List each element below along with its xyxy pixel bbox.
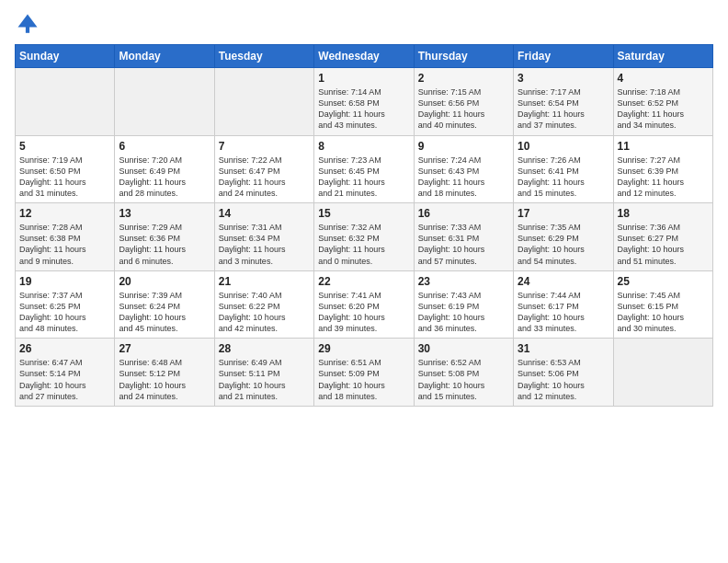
day-number: 5 bbox=[19, 140, 110, 153]
calendar-day-cell: 10Sunrise: 7:26 AM Sunset: 6:41 PM Dayli… bbox=[514, 135, 613, 203]
day-info: Sunrise: 7:23 AM Sunset: 6:45 PM Dayligh… bbox=[318, 155, 409, 200]
day-info: Sunrise: 7:14 AM Sunset: 6:58 PM Dayligh… bbox=[318, 86, 409, 132]
calendar-day-cell: 9Sunrise: 7:24 AM Sunset: 6:43 PM Daylig… bbox=[414, 135, 513, 203]
calendar-day-header: Wednesday bbox=[314, 45, 414, 68]
calendar-week-row: 5Sunrise: 7:19 AM Sunset: 6:50 PM Daylig… bbox=[16, 135, 713, 203]
day-info: Sunrise: 7:44 AM Sunset: 6:17 PM Dayligh… bbox=[518, 290, 609, 335]
calendar-day-cell: 15Sunrise: 7:32 AM Sunset: 6:32 PM Dayli… bbox=[314, 203, 414, 271]
day-info: Sunrise: 6:52 AM Sunset: 5:08 PM Dayligh… bbox=[418, 357, 509, 402]
day-number: 24 bbox=[518, 275, 609, 288]
day-info: Sunrise: 7:40 AM Sunset: 6:22 PM Dayligh… bbox=[219, 290, 310, 335]
calendar-day-cell: 1Sunrise: 7:14 AM Sunset: 6:58 PM Daylig… bbox=[314, 68, 414, 136]
calendar-day-cell: 21Sunrise: 7:40 AM Sunset: 6:22 PM Dayli… bbox=[214, 270, 313, 339]
day-info: Sunrise: 7:24 AM Sunset: 6:43 PM Dayligh… bbox=[418, 155, 509, 200]
logo-icon bbox=[15, 11, 40, 37]
calendar-day-cell: 11Sunrise: 7:27 AM Sunset: 6:39 PM Dayli… bbox=[613, 135, 712, 203]
calendar-day-cell: 17Sunrise: 7:35 AM Sunset: 6:29 PM Dayli… bbox=[514, 203, 613, 271]
calendar-day-cell: 28Sunrise: 6:49 AM Sunset: 5:11 PM Dayli… bbox=[214, 339, 313, 407]
day-info: Sunrise: 6:53 AM Sunset: 5:06 PM Dayligh… bbox=[518, 357, 609, 402]
day-number: 2 bbox=[418, 72, 509, 85]
calendar-header-row: SundayMondayTuesdayWednesdayThursdayFrid… bbox=[16, 45, 713, 68]
calendar-day-cell: 2Sunrise: 7:15 AM Sunset: 6:56 PM Daylig… bbox=[414, 68, 513, 136]
day-number: 7 bbox=[219, 140, 310, 153]
day-info: Sunrise: 7:20 AM Sunset: 6:49 PM Dayligh… bbox=[119, 155, 210, 200]
calendar-day-cell bbox=[214, 68, 313, 136]
day-number: 11 bbox=[618, 140, 709, 153]
day-number: 26 bbox=[19, 342, 110, 355]
day-number: 28 bbox=[219, 342, 310, 355]
calendar-day-header: Thursday bbox=[414, 45, 513, 68]
day-number: 9 bbox=[418, 140, 509, 153]
day-number: 15 bbox=[318, 207, 409, 220]
calendar-day-cell: 30Sunrise: 6:52 AM Sunset: 5:08 PM Dayli… bbox=[414, 339, 513, 407]
day-number: 30 bbox=[418, 342, 509, 355]
day-number: 29 bbox=[318, 342, 409, 355]
calendar-day-cell: 7Sunrise: 7:22 AM Sunset: 6:47 PM Daylig… bbox=[214, 135, 313, 203]
calendar-day-cell: 5Sunrise: 7:19 AM Sunset: 6:50 PM Daylig… bbox=[16, 135, 115, 203]
calendar-day-cell bbox=[613, 339, 712, 407]
calendar-day-cell: 27Sunrise: 6:48 AM Sunset: 5:12 PM Dayli… bbox=[115, 339, 214, 407]
calendar-day-cell bbox=[16, 68, 115, 136]
calendar-week-row: 12Sunrise: 7:28 AM Sunset: 6:38 PM Dayli… bbox=[16, 203, 713, 271]
calendar-day-cell: 4Sunrise: 7:18 AM Sunset: 6:52 PM Daylig… bbox=[613, 68, 712, 136]
day-info: Sunrise: 7:19 AM Sunset: 6:50 PM Dayligh… bbox=[19, 155, 110, 200]
svg-rect-1 bbox=[26, 27, 29, 33]
day-info: Sunrise: 7:36 AM Sunset: 6:27 PM Dayligh… bbox=[618, 222, 709, 267]
calendar-day-header: Saturday bbox=[613, 45, 712, 68]
day-number: 21 bbox=[219, 275, 310, 288]
calendar-day-cell: 25Sunrise: 7:45 AM Sunset: 6:15 PM Dayli… bbox=[613, 270, 712, 339]
day-number: 19 bbox=[19, 275, 110, 288]
day-number: 10 bbox=[518, 140, 609, 153]
calendar-day-cell: 18Sunrise: 7:36 AM Sunset: 6:27 PM Dayli… bbox=[613, 203, 712, 271]
day-number: 23 bbox=[418, 275, 509, 288]
day-info: Sunrise: 7:33 AM Sunset: 6:31 PM Dayligh… bbox=[418, 222, 509, 267]
calendar-day-cell: 8Sunrise: 7:23 AM Sunset: 6:45 PM Daylig… bbox=[314, 135, 414, 203]
day-info: Sunrise: 6:51 AM Sunset: 5:09 PM Dayligh… bbox=[318, 357, 409, 402]
svg-marker-0 bbox=[18, 15, 38, 28]
day-number: 16 bbox=[418, 207, 509, 220]
page-container: SundayMondayTuesdayWednesdayThursdayFrid… bbox=[0, 0, 728, 414]
calendar-week-row: 19Sunrise: 7:37 AM Sunset: 6:25 PM Dayli… bbox=[16, 270, 713, 339]
day-info: Sunrise: 7:39 AM Sunset: 6:24 PM Dayligh… bbox=[119, 290, 210, 335]
day-number: 1 bbox=[318, 72, 409, 85]
day-number: 13 bbox=[119, 207, 210, 220]
calendar-day-cell: 13Sunrise: 7:29 AM Sunset: 6:36 PM Dayli… bbox=[115, 203, 214, 271]
day-number: 12 bbox=[19, 207, 110, 220]
day-number: 14 bbox=[219, 207, 310, 220]
day-info: Sunrise: 7:28 AM Sunset: 6:38 PM Dayligh… bbox=[19, 222, 110, 267]
calendar-day-cell: 20Sunrise: 7:39 AM Sunset: 6:24 PM Dayli… bbox=[115, 270, 214, 339]
day-number: 4 bbox=[618, 72, 709, 85]
day-info: Sunrise: 7:32 AM Sunset: 6:32 PM Dayligh… bbox=[318, 222, 409, 267]
day-number: 31 bbox=[518, 342, 609, 355]
calendar-table: SundayMondayTuesdayWednesdayThursdayFrid… bbox=[15, 44, 713, 407]
day-number: 3 bbox=[518, 72, 609, 85]
calendar-day-header: Friday bbox=[514, 45, 613, 68]
calendar-day-cell: 23Sunrise: 7:43 AM Sunset: 6:19 PM Dayli… bbox=[414, 270, 513, 339]
calendar-day-header: Monday bbox=[115, 45, 214, 68]
day-number: 6 bbox=[119, 140, 210, 153]
day-info: Sunrise: 6:48 AM Sunset: 5:12 PM Dayligh… bbox=[119, 357, 210, 402]
calendar-day-cell: 14Sunrise: 7:31 AM Sunset: 6:34 PM Dayli… bbox=[214, 203, 313, 271]
day-info: Sunrise: 7:45 AM Sunset: 6:15 PM Dayligh… bbox=[618, 290, 709, 335]
day-info: Sunrise: 7:29 AM Sunset: 6:36 PM Dayligh… bbox=[119, 222, 210, 267]
day-info: Sunrise: 7:15 AM Sunset: 6:56 PM Dayligh… bbox=[418, 86, 509, 132]
calendar-day-cell: 19Sunrise: 7:37 AM Sunset: 6:25 PM Dayli… bbox=[16, 270, 115, 339]
day-number: 8 bbox=[318, 140, 409, 153]
calendar-day-cell: 6Sunrise: 7:20 AM Sunset: 6:49 PM Daylig… bbox=[115, 135, 214, 203]
calendar-day-cell: 29Sunrise: 6:51 AM Sunset: 5:09 PM Dayli… bbox=[314, 339, 414, 407]
day-number: 17 bbox=[518, 207, 609, 220]
calendar-day-cell: 24Sunrise: 7:44 AM Sunset: 6:17 PM Dayli… bbox=[514, 270, 613, 339]
day-info: Sunrise: 7:17 AM Sunset: 6:54 PM Dayligh… bbox=[518, 86, 609, 132]
logo bbox=[15, 11, 44, 37]
calendar-week-row: 26Sunrise: 6:47 AM Sunset: 5:14 PM Dayli… bbox=[16, 339, 713, 407]
day-info: Sunrise: 7:26 AM Sunset: 6:41 PM Dayligh… bbox=[518, 155, 609, 200]
calendar-day-cell: 26Sunrise: 6:47 AM Sunset: 5:14 PM Dayli… bbox=[16, 339, 115, 407]
calendar-day-cell: 31Sunrise: 6:53 AM Sunset: 5:06 PM Dayli… bbox=[514, 339, 613, 407]
calendar-day-cell: 22Sunrise: 7:41 AM Sunset: 6:20 PM Dayli… bbox=[314, 270, 414, 339]
day-number: 22 bbox=[318, 275, 409, 288]
calendar-day-cell: 12Sunrise: 7:28 AM Sunset: 6:38 PM Dayli… bbox=[16, 203, 115, 271]
calendar-week-row: 1Sunrise: 7:14 AM Sunset: 6:58 PM Daylig… bbox=[16, 68, 713, 136]
day-info: Sunrise: 7:41 AM Sunset: 6:20 PM Dayligh… bbox=[318, 290, 409, 335]
day-number: 20 bbox=[119, 275, 210, 288]
day-info: Sunrise: 6:49 AM Sunset: 5:11 PM Dayligh… bbox=[219, 357, 310, 402]
